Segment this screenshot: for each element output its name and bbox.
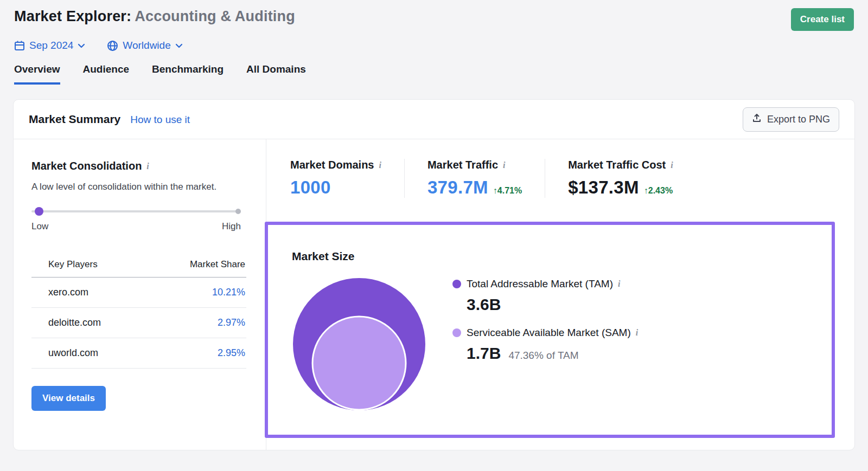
date-filter[interactable]: Sep 2024 <box>14 40 85 51</box>
market-size-bubble-chart <box>292 277 426 414</box>
view-details-button[interactable]: View details <box>31 386 106 411</box>
stat-change: ↑2.43% <box>644 186 673 196</box>
top-header: Market Explorer:Accounting & Auditing Cr… <box>13 0 855 31</box>
stat-label: Market Traffic Cost <box>568 159 666 171</box>
key-players-table: Key Players Market Share xero.com 10.21%… <box>31 259 246 369</box>
tam-legend-row: Total Addressable Market (TAM) i <box>452 278 638 290</box>
page-title: Market Explorer:Accounting & Auditing <box>14 8 295 25</box>
card-title: Market Summary <box>29 113 120 126</box>
slider-high-label: High <box>222 221 241 232</box>
info-icon[interactable]: i <box>618 279 620 289</box>
tab-audience[interactable]: Audience <box>83 63 130 85</box>
stat-value: 379.7M <box>427 177 488 198</box>
sam-percent-of-tam: 47.36% of TAM <box>508 350 578 362</box>
page-title-market: Accounting & Auditing <box>135 8 295 24</box>
market-size-panel: Market Size Total Addressable Market ( <box>265 222 835 438</box>
page-title-prefix: Market Explorer: <box>14 8 131 24</box>
info-icon[interactable]: i <box>503 160 505 170</box>
stat-label: Market Traffic <box>427 159 498 171</box>
player-domain: xero.com <box>48 287 88 298</box>
chevron-down-icon <box>78 43 85 48</box>
consolidation-title-row: Market Consolidation i <box>31 160 266 172</box>
info-icon[interactable]: i <box>636 328 638 338</box>
card-header: Market Summary How to use it Export to P… <box>14 100 854 139</box>
player-domain: uworld.com <box>48 347 98 359</box>
slider-track <box>31 210 241 212</box>
stats-row: Market Domains i 1000 Market Traffic i <box>266 159 854 198</box>
slider-handle[interactable] <box>35 207 43 216</box>
stat-market-traffic: Market Traffic i 379.7M ↑4.71% <box>404 159 545 198</box>
info-icon[interactable]: i <box>146 162 149 171</box>
tab-bar: Overview Audience Benchmarking All Domai… <box>13 51 855 85</box>
sam-value: 1.7B <box>467 344 501 363</box>
export-icon <box>752 113 762 126</box>
player-share: 2.97% <box>218 317 245 328</box>
consolidation-description: A low level of consolidation within the … <box>31 180 221 194</box>
stat-label: Market Domains <box>290 159 374 171</box>
info-icon[interactable]: i <box>379 160 381 170</box>
how-to-use-link[interactable]: How to use it <box>130 114 190 126</box>
card-body: Market Consolidation i A low level of co… <box>14 139 854 450</box>
consolidation-slider <box>31 207 241 216</box>
sam-dot-icon <box>452 328 461 337</box>
table-row: xero.com 10.21% <box>31 278 246 308</box>
tab-all-domains[interactable]: All Domains <box>246 63 306 85</box>
chevron-down-icon <box>175 43 183 48</box>
market-size-legend: Total Addressable Market (TAM) i 3.6B Se… <box>452 277 638 414</box>
region-filter-label: Worldwide <box>123 40 170 51</box>
sam-circle <box>312 317 406 410</box>
key-players-column-header: Key Players <box>48 259 98 270</box>
player-share: 10.21% <box>212 287 245 298</box>
info-icon[interactable]: i <box>671 160 673 170</box>
market-share-column-header: Market Share <box>190 259 245 270</box>
stat-market-traffic-cost: Market Traffic Cost i $137.3M ↑2.43% <box>545 159 696 198</box>
consolidation-title: Market Consolidation <box>31 160 142 172</box>
tam-value: 3.6B <box>467 295 501 314</box>
stat-market-domains: Market Domains i 1000 <box>266 159 404 198</box>
region-filter[interactable]: Worldwide <box>107 40 182 51</box>
stat-change: ↑4.71% <box>493 186 522 196</box>
slider-labels: Low High <box>31 221 241 232</box>
slider-low-label: Low <box>31 221 48 232</box>
market-explorer-page: Market Explorer:Accounting & Auditing Cr… <box>0 0 868 450</box>
tam-label: Total Addressable Market (TAM) <box>467 278 613 290</box>
market-metrics-section: Market Domains i 1000 Market Traffic i <box>266 139 854 450</box>
stat-value: 1000 <box>290 177 331 198</box>
tam-dot-icon <box>452 280 461 288</box>
sam-label: Serviceable Available Market (SAM) <box>467 327 631 339</box>
export-button-label: Export to PNG <box>767 114 830 125</box>
market-consolidation-section: Market Consolidation i A low level of co… <box>14 139 266 450</box>
market-size-title: Market Size <box>292 250 808 263</box>
export-to-png-button[interactable]: Export to PNG <box>743 107 839 132</box>
player-domain: deloitte.com <box>48 317 101 328</box>
stat-value: $137.3M <box>568 177 639 198</box>
tab-benchmarking[interactable]: Benchmarking <box>152 63 224 85</box>
globe-icon <box>107 40 118 51</box>
tab-overview[interactable]: Overview <box>14 63 60 85</box>
key-players-header: Key Players Market Share <box>31 259 246 278</box>
table-row: uworld.com 2.95% <box>31 338 246 369</box>
sam-legend-row: Serviceable Available Market (SAM) i <box>452 327 638 339</box>
slider-end-dot <box>235 209 241 214</box>
calendar-icon <box>14 40 25 51</box>
date-filter-label: Sep 2024 <box>29 40 73 51</box>
player-share: 2.95% <box>218 347 245 359</box>
create-list-button[interactable]: Create list <box>791 8 854 31</box>
table-row: deloitte.com 2.97% <box>31 308 246 338</box>
filters-bar: Sep 2024 Worldwide <box>13 31 855 51</box>
market-summary-card: Market Summary How to use it Export to P… <box>13 99 855 450</box>
